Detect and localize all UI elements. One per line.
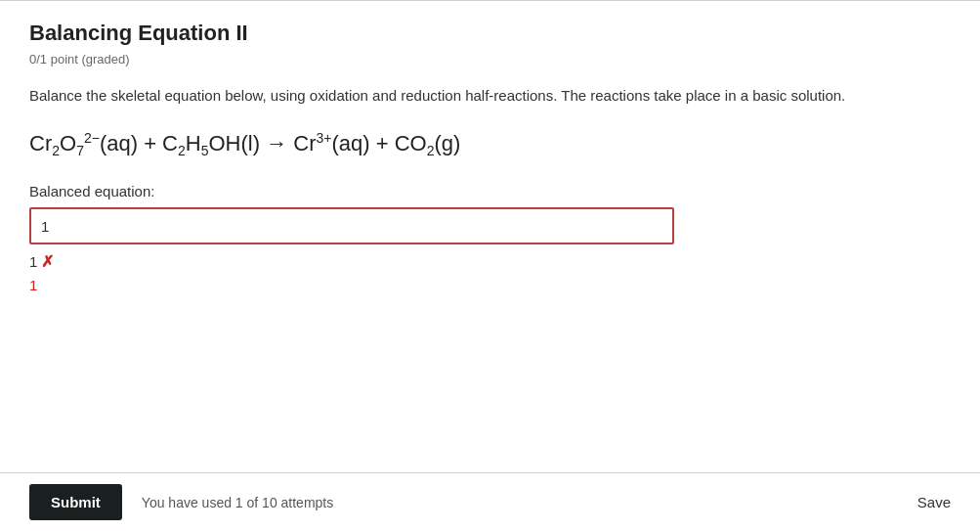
points-label: 0/1 point (graded)	[29, 52, 951, 66]
instructions-text: Balance the skeletal equation below, usi…	[29, 84, 879, 108]
submit-button[interactable]: Submit	[29, 484, 122, 520]
incorrect-icon: ✗	[41, 252, 54, 271]
result-value: 1	[29, 277, 951, 293]
problem-title: Balancing Equation II	[29, 21, 951, 46]
page-container: Balancing Equation II 0/1 point (graded)…	[0, 0, 980, 531]
content-area: Balancing Equation II 0/1 point (graded)…	[0, 1, 980, 342]
chemical-equation: Cr2O72−(aq) + C2H5OH(l) → Cr3+(aq) + CO2…	[29, 127, 951, 161]
attempt-feedback: 1 ✗	[29, 252, 951, 271]
save-button[interactable]: Save	[917, 494, 951, 510]
feedback-number: 1	[29, 253, 37, 270]
bottom-bar: Submit You have used 1 of 10 attempts Sa…	[0, 472, 980, 531]
balanced-equation-input[interactable]	[29, 207, 674, 244]
balanced-equation-label: Balanced equation:	[29, 183, 951, 199]
attempts-text: You have used 1 of 10 attempts	[142, 495, 333, 510]
